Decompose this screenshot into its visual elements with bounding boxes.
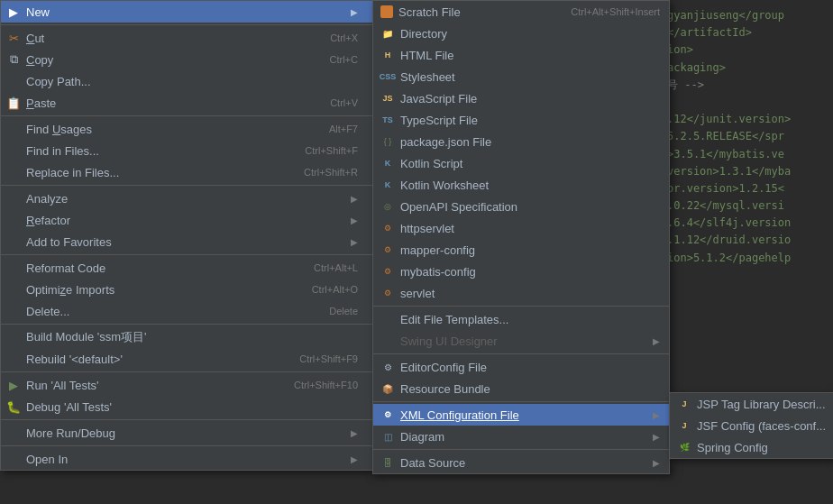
scratch-file-icon (380, 5, 393, 18)
menu-item-replace-in-files[interactable]: Replace in Files... Ctrl+Shift+R (1, 161, 372, 183)
code-line: ion>5.1.2</pagehelp (667, 250, 828, 267)
openapi-label: OpenAPI Specification (400, 200, 660, 214)
spring-config-label: Spring Config (697, 441, 826, 454)
menu-item-copy-path-label: Copy Path... (26, 75, 358, 88)
menu-item-find-in-files[interactable]: Find in Files... Ctrl+Shift+F (1, 140, 372, 161)
menu-item-delete-label: Delete... (26, 305, 311, 318)
menu-item-paste-label: Paste (26, 96, 312, 110)
menu-item-directory[interactable]: 📁 Directory (373, 23, 669, 44)
menu-item-kotlin-script[interactable]: K Kotlin Script (373, 152, 669, 174)
menu-item-diagram[interactable]: ◫ Diagram ▶ (373, 426, 669, 447)
rebuild-icon (6, 352, 21, 366)
optimize-imports-shortcut: Ctrl+Alt+O (312, 284, 358, 295)
code-line: .12</junit.version> (667, 111, 828, 128)
menu-item-debug-all-tests[interactable]: 🐛 Debug 'All Tests' (1, 396, 372, 417)
menu-item-mapper-config[interactable]: ⚙ mapper-config (373, 239, 669, 261)
scratch-file-shortcut: Ctrl+Alt+Shift+Insert (571, 6, 660, 17)
optimize-imports-icon (6, 282, 21, 297)
kotlin-worksheet-label: Kotlin Worksheet (400, 179, 660, 192)
html-file-label: HTML File (400, 49, 660, 62)
separator (1, 371, 372, 372)
menu-item-resource-bundle[interactable]: 📦 Resource Bundle (373, 378, 669, 399)
menu-item-spring-config[interactable]: 🌿 Spring Config (670, 436, 833, 458)
menu-item-find-usages-label: Find Usages (26, 123, 311, 136)
menu-item-xml-config-file[interactable]: ⚙ XML Configuration File ▶ (373, 404, 669, 426)
menu-item-optimize-imports[interactable]: Optimize Imports Ctrl+Alt+O (1, 279, 372, 300)
code-line: or.version>1.2.15< (667, 180, 828, 197)
servlet-label: servlet (400, 287, 660, 300)
reformat-code-shortcut: Ctrl+Alt+L (314, 262, 358, 273)
package-json-icon: { } (380, 134, 395, 149)
menu-item-analyze[interactable]: Analyze ▶ (1, 188, 372, 209)
kotlin-script-icon: K (380, 156, 395, 170)
tertiary-context-menu: J JSP Tag Library Descri... J JSF Config… (669, 392, 833, 459)
separator (1, 445, 372, 446)
menu-item-refactor[interactable]: Refactor ▶ (1, 209, 372, 231)
menu-item-open-in[interactable]: Open In ▶ (1, 448, 372, 470)
menu-item-delete[interactable]: Delete... Delete (1, 300, 372, 322)
separator (373, 449, 669, 450)
code-line: ackaging> (667, 60, 828, 77)
typescript-file-icon: TS (380, 113, 395, 127)
menu-item-find-usages[interactable]: Find Usages Alt+F7 (1, 118, 372, 140)
menu-item-build-module[interactable]: Build Module 'ssm项目' (1, 326, 372, 348)
resource-bundle-label: Resource Bundle (400, 382, 660, 396)
menu-item-build-module-label: Build Module 'ssm项目' (26, 329, 358, 345)
jsf-config-icon: J (677, 418, 691, 433)
analyze-arrow: ▶ (351, 194, 358, 204)
menu-item-stylesheet[interactable]: CSS Stylesheet (373, 66, 669, 87)
menu-item-html-file[interactable]: H HTML File (373, 44, 669, 66)
menu-item-package-json[interactable]: { } package.json File (373, 131, 669, 152)
menu-item-editorconfig-file[interactable]: ⚙ EditorConfig File (373, 356, 669, 378)
menu-item-copy-path[interactable]: Copy Path... (1, 70, 372, 92)
menu-item-run-all-tests[interactable]: ▶ Run 'All Tests' Ctrl+Shift+F10 (1, 374, 372, 396)
menu-item-edit-file-templates[interactable]: Edit File Templates... (373, 308, 669, 330)
menu-item-cut[interactable]: ✂ Cut Ctrl+X (1, 27, 372, 49)
primary-context-menu: ▶ New ▶ ✂ Cut Ctrl+X ⧉ Copy Ctrl+C Copy … (0, 0, 373, 471)
menu-item-data-source[interactable]: 🗄 Data Source ▶ (373, 452, 669, 473)
menu-item-servlet[interactable]: ⚙ servlet (373, 282, 669, 304)
code-line: .6.4</slf4j.version (667, 215, 828, 232)
menu-item-mybatis-config[interactable]: ⚙ mybatis-config (373, 261, 669, 282)
menu-item-kotlin-worksheet[interactable]: K Kotlin Worksheet (373, 174, 669, 196)
mapper-config-label: mapper-config (400, 243, 660, 257)
swing-ui-designer-icon (380, 334, 395, 348)
directory-label: Directory (400, 27, 660, 41)
debug-all-tests-icon: 🐛 (6, 399, 21, 414)
separator (373, 401, 669, 402)
code-line: 号 --> (667, 77, 828, 94)
menu-item-reformat-code[interactable]: Reformat Code Ctrl+Alt+L (1, 257, 372, 279)
separator (373, 306, 669, 307)
separator (1, 419, 372, 420)
find-usages-icon (6, 122, 21, 136)
menu-item-typescript-file[interactable]: TS TypeScript File (373, 109, 669, 131)
menu-item-jsp-tag-library[interactable]: J JSP Tag Library Descri... (670, 393, 833, 415)
menu-item-reformat-code-label: Reformat Code (26, 261, 296, 275)
menu-item-rebuild[interactable]: Rebuild '<default>' Ctrl+Shift+F9 (1, 348, 372, 370)
menu-item-copy-label: Copy (26, 53, 312, 67)
separator (1, 324, 372, 325)
menu-item-copy[interactable]: ⧉ Copy Ctrl+C (1, 49, 372, 70)
menu-item-open-in-label: Open In (26, 453, 343, 466)
menu-item-more-run-debug-label: More Run/Debug (26, 426, 343, 440)
menu-item-paste[interactable]: 📋 Paste Ctrl+V (1, 92, 372, 114)
menu-item-new[interactable]: ▶ New ▶ (1, 1, 372, 23)
menu-item-jsf-config[interactable]: J JSF Config (faces-conf... (670, 415, 833, 436)
mybatis-config-icon: ⚙ (380, 264, 395, 279)
menu-item-scratch-file[interactable]: Scratch File Ctrl+Alt+Shift+Insert (373, 1, 669, 23)
menu-item-javascript-file[interactable]: JS JavaScript File (373, 87, 669, 109)
copy-path-icon (6, 74, 21, 88)
resource-bundle-icon: 📦 (380, 381, 395, 396)
secondary-context-menu: Scratch File Ctrl+Alt+Shift+Insert 📁 Dir… (372, 0, 670, 474)
javascript-file-icon: JS (380, 91, 395, 105)
new-arrow: ▶ (351, 7, 358, 17)
menu-item-more-run-debug[interactable]: More Run/Debug ▶ (1, 422, 372, 444)
kotlin-worksheet-icon: K (380, 178, 395, 192)
typescript-file-label: TypeScript File (400, 114, 660, 127)
menu-item-analyze-label: Analyze (26, 192, 343, 206)
menu-item-add-to-favorites[interactable]: Add to Favorites ▶ (1, 231, 372, 252)
menu-item-httpservlet[interactable]: ⚙ httpservlet (373, 217, 669, 239)
code-line: .0.22</mysql.versi (667, 197, 828, 215)
replace-in-files-icon (6, 165, 21, 179)
menu-item-openapi[interactable]: ◎ OpenAPI Specification (373, 196, 669, 217)
